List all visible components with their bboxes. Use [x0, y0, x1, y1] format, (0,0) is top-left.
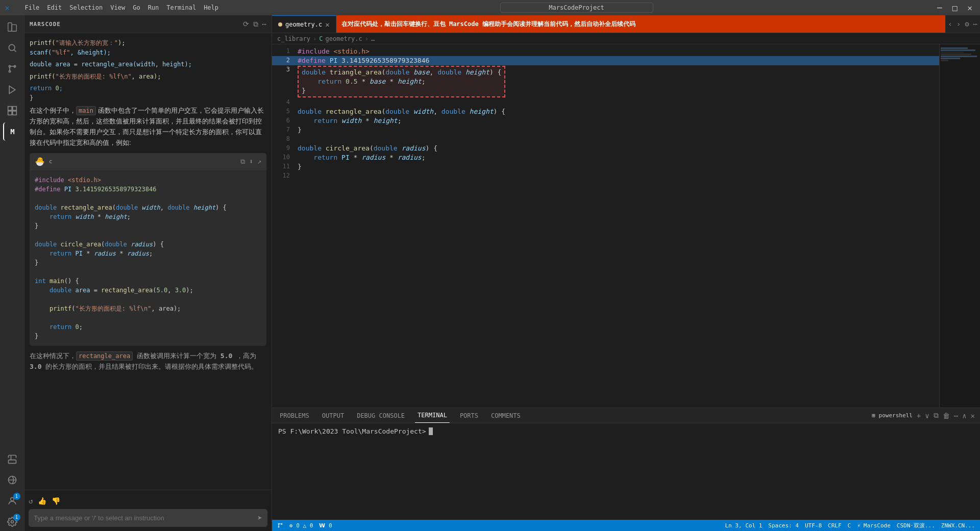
status-git-icon[interactable] [277, 522, 283, 528]
search-icon[interactable] [3, 39, 21, 57]
status-warnings[interactable]: 𝗪 0 [319, 522, 332, 529]
chat-input-box: ➤ [29, 509, 267, 527]
panel-split-icon[interactable]: ⧉ [253, 20, 258, 29]
debug-icon[interactable] [3, 81, 21, 99]
menu-file[interactable]: File [24, 4, 39, 11]
remote-icon[interactable] [3, 471, 21, 489]
svg-rect-1 [12, 24, 16, 31]
tab-nav-next-icon[interactable]: › [957, 20, 961, 28]
status-left: ⊗ 0 △ 0 𝗪 0 [277, 522, 332, 529]
app-icon: ✕ [5, 4, 9, 12]
editor-line-5: 5 double rectangle_area(double width, do… [272, 107, 939, 116]
chat-content: printf("请输入长方形的宽："); scanf("%lf", &heigh… [24, 33, 272, 490]
status-csdn[interactable]: CSDN·双滚... [897, 522, 935, 529]
tab-problems[interactable]: PROBLEMS [277, 408, 312, 423]
window-controls: ─ □ ✕ [935, 3, 975, 13]
chat-explanation-1: 在这个例子中，main 函数中包含了一个简单的用户交互，它会提示用户输入长方形的… [30, 106, 266, 148]
tab-geometry-c[interactable]: geometry.c ✕ [272, 15, 336, 33]
apply-icon[interactable]: ↗ [257, 157, 261, 167]
terminal-actions: ⊞ powershell + ∨ ⧉ 🗑 ⋯ ∧ ✕ [872, 411, 975, 420]
account-icon[interactable]: 1 [3, 492, 21, 510]
status-znwx[interactable]: ZNWX.CN... [941, 522, 975, 529]
editor-content[interactable]: 1 #include <stdio.h> 2 #define PI 3.1415… [272, 44, 939, 408]
status-line-ending[interactable]: CRLF [828, 522, 842, 529]
menu-view[interactable]: View [110, 4, 125, 11]
source-control-icon[interactable] [3, 60, 21, 78]
menu-help[interactable]: Help [204, 4, 218, 11]
minimize-button[interactable]: ─ [935, 3, 945, 13]
extensions-icon[interactable] [3, 102, 21, 120]
terminal-chevron-icon[interactable]: ∨ [925, 412, 929, 420]
tab-layout-icon[interactable]: ⋯ [973, 20, 977, 28]
menu-edit[interactable]: Edit [47, 4, 62, 11]
terminal-add-icon[interactable]: + [917, 412, 921, 420]
banner-text: 在对应代码处，敲击回车键换行、豆包 MarsCode 编程助手会阅读并理解当前代… [341, 20, 635, 29]
code-block-body: #include <stdio.h> #define PI 3.14159265… [30, 170, 266, 346]
line-number-1: 1 [272, 47, 298, 55]
menu-go[interactable]: Go [133, 4, 140, 11]
terminal-close-icon[interactable]: ✕ [971, 412, 975, 420]
line-number-2: 2 [272, 56, 298, 64]
tab-ports[interactable]: PORTS [457, 408, 481, 423]
marscode-icon[interactable]: M [3, 122, 21, 141]
right-panel: geometry.c ✕ 在对应代码处，敲击回车键换行、豆包 MarsCode … [272, 15, 980, 531]
menu-selection[interactable]: Selection [69, 4, 103, 11]
tab-terminal[interactable]: TERMINAL [415, 408, 450, 423]
like-icon[interactable]: 👍 [38, 497, 46, 505]
line-content-6: return width * height; [298, 116, 939, 125]
svg-point-17 [278, 526, 279, 527]
menu-terminal[interactable]: Terminal [166, 4, 196, 11]
tab-settings-icon[interactable]: ⚙ [965, 20, 969, 28]
status-errors[interactable]: ⊗ 0 △ 0 [289, 522, 313, 529]
code-preview-top: printf("请输入长方形的宽："); scanf("%lf", &heigh… [30, 38, 266, 103]
panel-more-icon[interactable]: ⋯ [262, 20, 266, 29]
chat-input-area: ↺ 👍 👎 ➤ [24, 490, 272, 531]
breadcrumb-c-library[interactable]: c_library [277, 35, 310, 42]
terminal-split-icon[interactable]: ⧉ [934, 411, 939, 420]
suggestion-line-2: return 0.5 * base * height; [302, 77, 501, 86]
tab-close-icon[interactable]: ✕ [325, 20, 329, 29]
dislike-icon[interactable]: 👎 [52, 497, 60, 505]
search-bar[interactable]: MarsCodeProject [500, 3, 653, 13]
terminal-more-icon[interactable]: ⋯ [954, 412, 958, 420]
close-button[interactable]: ✕ [965, 3, 975, 13]
chat-input[interactable] [34, 514, 253, 522]
status-cursor-position[interactable]: Ln 3, Col 1 [725, 522, 762, 529]
panel-refresh-icon[interactable]: ⟳ [243, 20, 249, 29]
tab-modified-dot [278, 22, 282, 27]
terminal-prompt: PS F:\Work\2023 Tool\MarsCodeProject> [278, 427, 974, 435]
status-marscode[interactable]: ⚡MarsCode [857, 522, 891, 529]
menu-run[interactable]: Run [148, 4, 159, 11]
send-button[interactable]: ➤ [257, 513, 262, 523]
terminal-trash-icon[interactable]: 🗑 [943, 412, 950, 420]
insert-icon[interactable]: ⬇ [249, 157, 253, 167]
line-content-5: double rectangle_area(double width, doub… [298, 107, 939, 116]
line-content-9: double circle_area(double radius) { [298, 144, 939, 153]
testing-icon[interactable] [3, 450, 21, 468]
refresh-icon[interactable]: ↺ [29, 497, 33, 505]
editor-line-8: 8 [272, 135, 939, 144]
line-content-1: #include <stdio.h> [298, 47, 939, 56]
chat-explanation-2: 在这种情况下，rectangle_area 函数被调用来计算一个宽为 5.0 ，… [30, 351, 266, 372]
explorer-icon[interactable] [3, 18, 21, 36]
restore-button[interactable]: □ [950, 3, 960, 13]
status-spaces[interactable]: Spaces: 4 [768, 522, 799, 529]
tab-output[interactable]: OUTPUT [320, 408, 347, 423]
activity-bar: M 1 1 [0, 15, 24, 531]
svg-rect-9 [12, 107, 16, 111]
status-encoding[interactable]: UTF-8 [805, 522, 822, 529]
line-number-4: 4 [272, 98, 298, 106]
tab-comments[interactable]: COMMENTS [488, 408, 523, 423]
settings-icon[interactable]: 1 [3, 513, 21, 531]
tab-nav-prev-icon[interactable]: ‹ [948, 20, 952, 28]
svg-rect-8 [8, 107, 12, 111]
tab-debug-console[interactable]: DEBUG CONSOLE [354, 408, 407, 423]
breadcrumb-more[interactable]: … [371, 35, 375, 42]
line-number-10: 10 [272, 153, 298, 161]
copy-icon[interactable]: ⧉ [240, 157, 245, 167]
tab-bar-actions: ‹ › ⚙ ⋯ [945, 15, 980, 33]
terminal-content[interactable]: PS F:\Work\2023 Tool\MarsCodeProject> [272, 423, 980, 520]
breadcrumb-geometry-c[interactable]: geometry.c [326, 35, 362, 42]
terminal-collapse-icon[interactable]: ∧ [962, 412, 966, 420]
status-language[interactable]: C [848, 522, 851, 529]
